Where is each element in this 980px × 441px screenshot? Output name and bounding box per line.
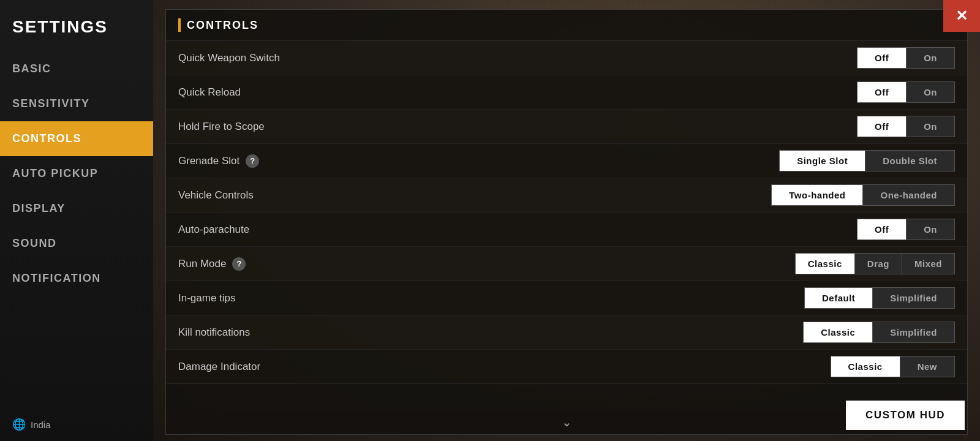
settings-row-hold-fire-to-scope: Hold Fire to ScopeOffOn [166,110,967,144]
globe-icon: 🌐 [12,418,26,431]
toggle-btn-quick-reload-0[interactable]: Off [858,82,907,102]
row-label-run-mode: Run Mode? [178,257,795,271]
toggle-btn-run-mode-2[interactable]: Mixed [902,254,954,274]
settings-row-grenade-slot: Grenade Slot?Single SlotDouble Slot [166,144,967,178]
toggle-btn-auto-parachute-0[interactable]: Off [858,219,907,239]
toggle-group-quick-reload: OffOn [857,81,955,103]
toggle-btn-grenade-slot-0[interactable]: Single Slot [780,151,865,171]
settings-row-auto-parachute: Auto-parachuteOffOn [166,213,967,247]
section-title: CONTROLS [187,19,258,32]
settings-row-damage-indicator: Damage IndicatorClassicNew [166,350,967,384]
toggle-group-quick-weapon-switch: OffOn [857,47,955,69]
row-label-quick-reload: Quick Reload [178,86,857,99]
toggle-btn-in-game-tips-1[interactable]: Simplified [873,288,954,308]
section-header: CONTROLS [166,10,967,41]
toggle-group-kill-notifications: ClassicSimplified [803,322,955,343]
sidebar-item-basic[interactable]: BASIC [0,51,153,86]
settings-row-quick-reload: Quick ReloadOffOn [166,75,967,110]
sidebar-item-display[interactable]: DISPLAY [0,191,153,226]
toggle-btn-quick-weapon-switch-1[interactable]: On [907,48,954,68]
settings-panel: CONTROLS Quick Weapon SwitchOffOnQuick R… [165,9,968,435]
toggle-btn-auto-parachute-1[interactable]: On [907,219,954,239]
main-content: ✕ CONTROLS Quick Weapon SwitchOffOnQuick… [153,0,980,441]
toggle-group-damage-indicator: ClassicNew [831,356,955,377]
row-label-quick-weapon-switch: Quick Weapon Switch [178,52,857,64]
sidebar-item-auto-pickup[interactable]: AUTO PICKUP [0,156,153,191]
toggle-btn-kill-notifications-1[interactable]: Simplified [873,322,954,342]
row-label-auto-parachute: Auto-parachute [178,224,857,236]
toggle-group-run-mode: ClassicDragMixed [795,253,955,274]
toggle-btn-in-game-tips-0[interactable]: Default [805,288,873,308]
toggle-btn-run-mode-1[interactable]: Drag [855,254,902,274]
toggle-btn-vehicle-controls-1[interactable]: One-handed [863,185,954,205]
toggle-group-auto-parachute: OffOn [857,219,955,240]
row-label-damage-indicator: Damage Indicator [178,361,831,373]
toggle-btn-quick-reload-1[interactable]: On [907,82,954,102]
settings-row-run-mode: Run Mode?ClassicDragMixed [166,247,967,281]
sidebar-footer: 🌐 India [0,408,153,441]
toggle-btn-quick-weapon-switch-0[interactable]: Off [858,48,907,68]
settings-list: Quick Weapon SwitchOffOnQuick ReloadOffO… [166,41,967,410]
sidebar: SETTINGS BASICSENSITIVITYCONTROLSAUTO PI… [0,0,153,441]
sidebar-item-controls[interactable]: CONTROLS [0,121,153,156]
help-icon-run-mode[interactable]: ? [232,257,246,271]
row-label-kill-notifications: Kill notifications [178,326,803,339]
toggle-btn-kill-notifications-0[interactable]: Classic [804,322,873,342]
row-label-grenade-slot: Grenade Slot? [178,154,779,168]
toggle-group-grenade-slot: Single SlotDouble Slot [779,150,955,172]
toggle-btn-vehicle-controls-0[interactable]: Two-handed [772,185,863,205]
section-bar-accent [178,18,181,32]
sidebar-item-sensitivity[interactable]: SENSITIVITY [0,86,153,121]
region-label: India [31,420,51,430]
row-label-hold-fire-to-scope: Hold Fire to Scope [178,121,857,133]
app-title: SETTINGS [0,6,153,51]
row-label-in-game-tips: In-game tips [178,292,804,304]
toggle-btn-run-mode-0[interactable]: Classic [796,254,855,274]
toggle-btn-damage-indicator-1[interactable]: New [900,356,954,377]
settings-row-in-game-tips: In-game tipsDefaultSimplified [166,281,967,315]
toggle-group-vehicle-controls: Two-handedOne-handed [771,184,955,206]
toggle-btn-hold-fire-to-scope-0[interactable]: Off [858,116,907,137]
toggle-btn-grenade-slot-1[interactable]: Double Slot [865,151,954,171]
close-button[interactable]: ✕ [943,0,980,32]
toggle-group-hold-fire-to-scope: OffOn [857,116,955,137]
settings-row-vehicle-controls: Vehicle ControlsTwo-handedOne-handed [166,178,967,213]
settings-row-kill-notifications: Kill notificationsClassicSimplified [166,315,967,350]
toggle-btn-damage-indicator-0[interactable]: Classic [831,356,900,377]
help-icon-grenade-slot[interactable]: ? [246,154,259,168]
toggle-btn-hold-fire-to-scope-1[interactable]: On [907,116,954,137]
row-label-vehicle-controls: Vehicle Controls [178,189,771,202]
sidebar-item-notification[interactable]: NOTIFICATION [0,261,153,296]
settings-row-quick-weapon-switch: Quick Weapon SwitchOffOn [166,41,967,75]
sidebar-item-sound[interactable]: SOUND [0,226,153,261]
toggle-group-in-game-tips: DefaultSimplified [804,287,955,309]
chevron-down-icon: ⌄ [562,415,572,429]
custom-hud-button[interactable]: CUSTOM HUD [846,401,965,430]
